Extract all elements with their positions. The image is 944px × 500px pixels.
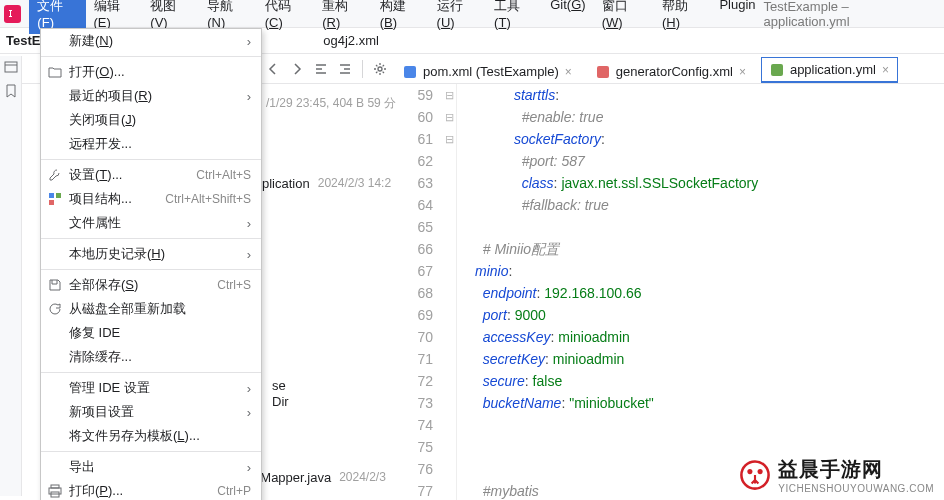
svg-rect-8 (56, 193, 61, 198)
submenu-arrow-icon: › (247, 89, 251, 104)
project-struct-icon (47, 191, 63, 207)
menu-重构R[interactable]: 重构(R) (314, 0, 372, 34)
back-icon[interactable] (262, 58, 284, 80)
menuitem-label: 远程开发... (69, 135, 132, 153)
yml-file-icon (770, 63, 784, 77)
wrench-icon (47, 167, 63, 183)
tab-pom-xml[interactable]: pom.xml (TestExample)× (394, 59, 581, 83)
svg-rect-13 (404, 66, 416, 78)
menuitem-修复IDE[interactable]: 修复 IDE (41, 321, 261, 345)
menu-GitG[interactable]: Git(G) (542, 0, 593, 34)
project-tool-icon[interactable] (2, 58, 20, 76)
code-line[interactable]: #fallback: true (475, 194, 944, 216)
submenu-arrow-icon: › (247, 216, 251, 231)
menuitem-文件属性[interactable]: 文件属性› (41, 211, 261, 235)
indent-left-icon[interactable] (310, 58, 332, 80)
menuitem-新项目设置[interactable]: 新项目设置› (41, 400, 261, 424)
menu-Plugin[interactable]: Plugin (711, 0, 763, 34)
menu-代码C[interactable]: 代码(C) (257, 0, 315, 34)
code-line[interactable]: bucketName: "miniobucket" (475, 392, 944, 414)
code-line[interactable]: port: 9000 (475, 304, 944, 326)
code-line[interactable]: endpoint: 192.168.100.66 (475, 282, 944, 304)
menu-separator (41, 159, 261, 160)
tab-label: generatorConfig.xml (616, 64, 733, 79)
menuitem-label: 导出 (69, 458, 95, 476)
code-line[interactable]: #enable: true (475, 106, 944, 128)
tree-item[interactable]: /1/29 23:45, 404 B 59 分 (262, 92, 396, 114)
svg-rect-7 (49, 193, 54, 198)
code-line[interactable]: #port: 587 (475, 150, 944, 172)
menu-帮助H[interactable]: 帮助(H) (654, 0, 712, 34)
tree-item[interactable]: Dir (272, 390, 289, 412)
menuitem-关闭项目J[interactable]: 关闭项目(J) (41, 108, 261, 132)
code-line[interactable]: secure: false (475, 370, 944, 392)
menuitem-全部保存S[interactable]: 全部保存(S)Ctrl+S (41, 273, 261, 297)
menu-separator (41, 238, 261, 239)
code-line[interactable]: minio: (475, 260, 944, 282)
code-line[interactable]: starttls: (475, 84, 944, 106)
folder-open-icon (47, 64, 63, 80)
menuitem-项目结构[interactable]: 项目结构...Ctrl+Alt+Shift+S (41, 187, 261, 211)
menuitem-设置T[interactable]: 设置(T)...Ctrl+Alt+S (41, 163, 261, 187)
breadcrumb-file[interactable]: og4j2.xml (323, 33, 379, 48)
menu-运行U[interactable]: 运行(U) (429, 0, 487, 34)
forward-icon[interactable] (286, 58, 308, 80)
menuitem-打开O[interactable]: 打开(O)... (41, 60, 261, 84)
code-line[interactable] (475, 414, 944, 436)
menuitem-导出[interactable]: 导出› (41, 455, 261, 479)
svg-rect-5 (5, 62, 17, 72)
indent-right-icon[interactable] (334, 58, 356, 80)
svg-rect-9 (49, 200, 54, 205)
menuitem-label: 项目结构... (69, 190, 132, 208)
shortcut-label: Ctrl+P (217, 484, 251, 498)
shortcut-label: Ctrl+Alt+Shift+S (165, 192, 251, 206)
menuitem-最近的项目R[interactable]: 最近的项目(R)› (41, 84, 261, 108)
watermark-title: 益晨手游网 (778, 456, 883, 483)
menuitem-label: 最近的项目(R) (69, 87, 152, 105)
menuitem-管理IDE设置[interactable]: 管理 IDE 设置› (41, 376, 261, 400)
menu-窗口W[interactable]: 窗口(W) (594, 0, 654, 34)
gear-icon[interactable] (369, 58, 391, 80)
svg-rect-0 (7, 8, 19, 20)
printer-icon (47, 483, 63, 499)
svg-rect-14 (597, 66, 609, 78)
menu-separator (41, 372, 261, 373)
close-tab-icon[interactable]: × (882, 63, 889, 77)
watermark-logo-icon (738, 458, 772, 492)
menuitem-清除缓存[interactable]: 清除缓存... (41, 345, 261, 369)
submenu-arrow-icon: › (247, 34, 251, 49)
menu-构建B[interactable]: 构建(B) (372, 0, 429, 34)
editor-pane[interactable]: 59606162636465666768697071727374757677 ⊟… (397, 84, 944, 500)
menu-工具T[interactable]: 工具(T) (486, 0, 542, 34)
bookmark-tool-icon[interactable] (2, 82, 20, 100)
svg-point-18 (758, 469, 763, 474)
code-line[interactable]: secretKey: minioadmin (475, 348, 944, 370)
menuitem-label: 管理 IDE 设置 (69, 379, 150, 397)
menuitem-本地历史记录H[interactable]: 本地历史记录(H)› (41, 242, 261, 266)
code-line[interactable]: class: javax.net.ssl.SSLSocketFactory (475, 172, 944, 194)
code-line[interactable]: socketFactory: (475, 128, 944, 150)
menuitem-远程开发[interactable]: 远程开发... (41, 132, 261, 156)
code-line[interactable] (475, 436, 944, 458)
menuitem-新建N[interactable]: 新建(N)› (41, 29, 261, 53)
window-title: TestExample – application.yml (764, 0, 932, 29)
m-file-icon (403, 65, 417, 79)
tab-application-yml[interactable]: application.yml× (761, 57, 898, 83)
xml-file-icon (596, 65, 610, 79)
tab-generatorConfig-xml[interactable]: generatorConfig.xml× (587, 59, 755, 83)
line-numbers: 59606162636465666768697071727374757677 (397, 84, 443, 500)
close-tab-icon[interactable]: × (565, 65, 572, 79)
menuitem-将文件另存为模板L[interactable]: 将文件另存为模板(L)... (41, 424, 261, 448)
close-tab-icon[interactable]: × (739, 65, 746, 79)
code-line[interactable]: accessKey: minioadmin (475, 326, 944, 348)
tree-item[interactable]: plication2024/2/3 14:2 (262, 172, 391, 194)
menuitem-label: 本地历史记录(H) (69, 245, 165, 263)
code-line[interactable]: # Miniio配置 (475, 238, 944, 260)
shortcut-label: Ctrl+S (217, 278, 251, 292)
menuitem-label: 关闭项目(J) (69, 111, 136, 129)
svg-rect-2 (10, 10, 11, 16)
menuitem-从磁盘全部重新加载[interactable]: 从磁盘全部重新加载 (41, 297, 261, 321)
menuitem-打印P[interactable]: 打印(P)...Ctrl+P (41, 479, 261, 500)
code-area[interactable]: starttls: #enable: true socketFactory: #… (457, 84, 944, 500)
code-line[interactable] (475, 216, 944, 238)
